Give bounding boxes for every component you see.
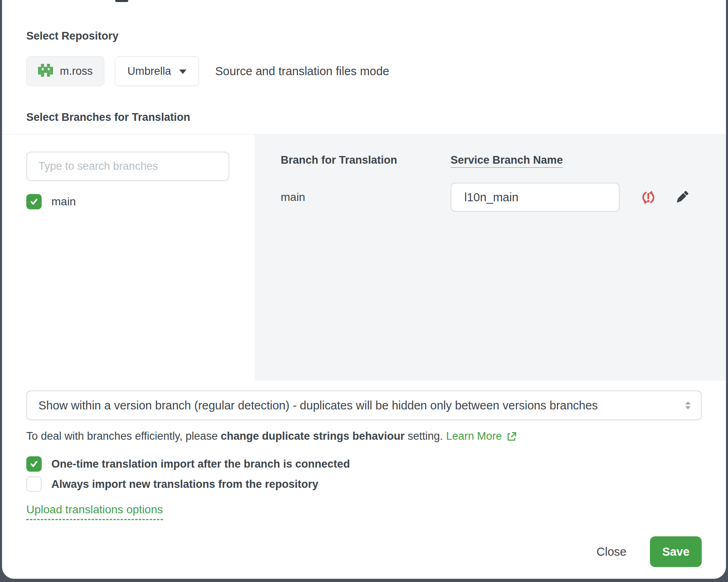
dialog-footer: Close Save: [26, 536, 702, 567]
external-link-icon: [506, 431, 517, 442]
service-branch-name-input[interactable]: [451, 183, 620, 212]
duplicate-strings-select-value: Show within a version branch (regular de…: [38, 399, 680, 412]
branch-checkbox-checked-icon[interactable]: [26, 194, 42, 209]
hint-text-prefix: To deal with branches efficiently, pleas…: [26, 430, 221, 443]
branches-panels: main Branch for Translation Service Bran…: [2, 134, 726, 381]
row-branch-label: main: [281, 191, 451, 204]
save-button[interactable]: Save: [650, 536, 702, 567]
one-time-import-label: One-time translation import after the br…: [51, 458, 350, 470]
duplicates-hint: To deal with branches efficiently, pleas…: [26, 430, 702, 443]
one-time-import-option[interactable]: One-time translation import after the br…: [26, 456, 702, 472]
always-import-option[interactable]: Always import new translations from the …: [26, 477, 702, 492]
select-branches-title: Select Branches for Translation: [26, 111, 702, 124]
upload-translations-options-link[interactable]: Upload translations options: [26, 503, 163, 520]
service-branch-panel: Branch for Translation Service Branch Na…: [255, 135, 726, 381]
repository-identicon-icon: [38, 64, 53, 79]
always-import-label: Always import new translations from the …: [51, 478, 318, 491]
always-import-checkbox-unchecked-icon[interactable]: [26, 477, 42, 492]
import-options: One-time translation import after the br…: [26, 456, 702, 492]
chevron-down-icon: [179, 70, 186, 74]
group-dropdown[interactable]: Umbrella: [115, 56, 199, 86]
select-updown-icon: [683, 400, 693, 411]
repository-settings-dialog: Select Repository: [2, 0, 726, 579]
select-repository-title: Select Repository: [26, 30, 702, 42]
learn-more-link[interactable]: Learn More: [446, 430, 502, 443]
table-header: Branch for Translation Service Branch Na…: [281, 154, 702, 167]
one-time-import-checkbox-checked-icon[interactable]: [26, 456, 42, 472]
branch-list-panel: main: [2, 135, 255, 381]
group-dropdown-label: Umbrella: [127, 65, 171, 78]
repository-button[interactable]: m.ross: [26, 56, 104, 86]
close-button[interactable]: Close: [597, 545, 626, 559]
duplicate-strings-select[interactable]: Show within a version branch (regular de…: [26, 390, 702, 420]
repository-row: m.ross Umbrella Source and translation f…: [26, 56, 702, 86]
hint-text-bold: change duplicate strings behaviour: [221, 430, 405, 443]
column-service-branch-name: Service Branch Name: [451, 154, 563, 167]
cropped-element-remnant: [115, 0, 128, 2]
branch-list-item[interactable]: main: [26, 194, 255, 209]
branch-search-input[interactable]: [26, 152, 229, 181]
sync-problem-icon[interactable]: [639, 188, 658, 207]
branch-name-label: main: [51, 195, 76, 208]
hint-text-suffix: setting.: [404, 430, 443, 443]
repository-name-label: m.ross: [60, 65, 93, 78]
column-branch-for-translation: Branch for Translation: [281, 154, 451, 167]
edit-pencil-icon[interactable]: [673, 188, 691, 206]
files-mode-label: Source and translation files mode: [215, 65, 389, 78]
table-row: main: [281, 183, 702, 212]
